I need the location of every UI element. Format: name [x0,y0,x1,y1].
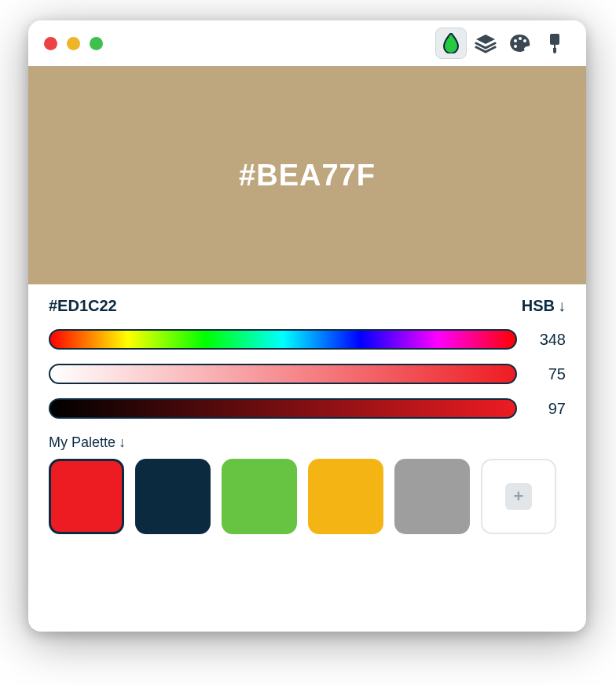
saturation-slider-row: 75 [49,364,566,384]
minimize-window-button[interactable] [67,37,80,50]
palette-swatch-3[interactable] [308,459,383,534]
color-picker-window: #BEA77F #ED1C22 HSB↓ 348 75 97 My Palett… [28,20,586,632]
chevron-down-icon: ↓ [119,434,126,450]
plus-icon: + [505,483,532,510]
chevron-down-icon: ↓ [558,297,566,314]
brush-icon [545,32,564,54]
palette-swatch-1[interactable] [135,459,211,534]
svg-point-1 [519,37,522,40]
color-mode-label: HSB [522,297,555,314]
tab-droplet[interactable] [435,27,467,59]
preview-hex-label: #BEA77F [239,159,376,192]
palette-swatch-2[interactable] [222,459,297,534]
palette-icon [509,33,531,53]
color-mode-select[interactable]: HSB↓ [522,297,566,315]
brightness-slider[interactable] [49,398,517,419]
titlebar [28,20,586,66]
palette-swatch-row: + [49,459,566,534]
saturation-slider[interactable] [49,364,517,384]
hue-slider[interactable] [49,329,517,350]
layers-icon [475,33,497,53]
hex-input[interactable]: #ED1C22 [49,297,117,315]
tab-palette[interactable] [504,27,536,59]
brightness-value[interactable]: 97 [533,400,566,418]
svg-rect-5 [554,45,556,48]
color-preview: #BEA77F [28,66,586,284]
maximize-window-button[interactable] [90,37,103,50]
svg-point-3 [514,45,517,48]
svg-point-2 [523,39,526,42]
tab-brush[interactable] [539,27,570,59]
svg-point-0 [514,39,517,42]
hue-value[interactable]: 348 [533,331,566,349]
palette-select[interactable]: My Palette↓ [49,434,566,451]
saturation-value[interactable]: 75 [533,365,566,383]
slider-group: 348 75 97 [28,321,586,427]
tool-tabs [435,27,570,59]
palette-name: My Palette [49,434,116,450]
drop-icon [442,33,460,53]
brightness-slider-row: 97 [49,398,566,419]
add-swatch-button[interactable]: + [481,459,556,534]
tab-layers[interactable] [470,27,501,59]
palette-swatch-4[interactable] [394,459,470,534]
palette-swatch-0[interactable] [49,459,124,534]
svg-rect-4 [550,34,559,45]
close-window-button[interactable] [44,37,57,50]
readout-row: #ED1C22 HSB↓ [28,284,586,321]
window-controls [44,37,103,50]
palette-section: My Palette↓ + [28,427,586,542]
hue-slider-row: 348 [49,329,566,350]
